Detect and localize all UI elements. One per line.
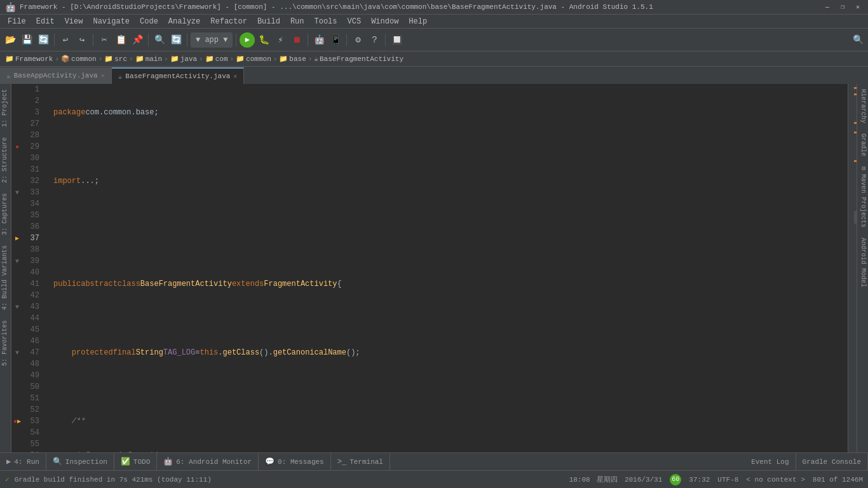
find-button[interactable]: 🔍 <box>152 32 167 48</box>
build-status-icon: ✓ <box>5 475 10 484</box>
toolbar-search: 🔍 <box>850 32 865 48</box>
terminal-label: Terminal <box>349 458 383 466</box>
undo-button[interactable]: ↩ <box>58 32 73 48</box>
bc-base[interactable]: 📁 base <box>279 55 306 63</box>
minimize-button[interactable]: — <box>822 2 832 12</box>
tab-base-fragment-activity[interactable]: ☕ BaseFragmentActivity.java ✕ <box>112 67 245 84</box>
layout-button[interactable]: 🔲 <box>389 32 404 48</box>
toolbar-sep-2 <box>93 34 93 46</box>
project-panel-tab[interactable]: 1: Project <box>0 84 11 132</box>
terminal-tab[interactable]: >_ Terminal <box>331 453 390 471</box>
run-tab[interactable]: ▶ 4: Run <box>0 453 46 471</box>
gutter-45 <box>11 324 23 336</box>
menu-vcs[interactable]: VCS <box>342 16 367 27</box>
menu-file[interactable]: File <box>3 16 31 27</box>
gutter-46 <box>11 336 23 347</box>
ln-1: 1 <box>23 84 43 95</box>
ln-40: 40 <box>23 267 43 278</box>
ln-37: 37 <box>23 233 43 244</box>
hierarchy-panel-tab[interactable]: Hierarchy <box>857 84 868 128</box>
open-button[interactable]: 📂 <box>3 32 18 48</box>
menu-build[interactable]: Build <box>252 16 285 27</box>
bottom-tabs: ▶ 4: Run 🔍 Inspection ✅ TODO 🤖 6: Androi… <box>0 452 868 470</box>
code-line-30 <box>53 313 848 324</box>
menu-edit[interactable]: Edit <box>31 16 60 27</box>
replace-button[interactable]: 🔄 <box>168 32 184 48</box>
copy-button[interactable]: 📋 <box>113 32 128 48</box>
bc-framework[interactable]: 📁 Framework <box>5 55 53 63</box>
menu-run[interactable]: Run <box>285 16 309 27</box>
time-display: 18:08 <box>569 476 590 484</box>
android-model-panel-tab[interactable]: Android Model <box>857 233 868 292</box>
redo-button[interactable]: ↪ <box>74 32 90 48</box>
cut-button[interactable]: ✂ <box>97 32 112 48</box>
menu-analyze[interactable]: Analyze <box>163 16 205 27</box>
build-status-text: Gradle build finished in 7s 421ms (today… <box>15 476 212 484</box>
code-lines[interactable]: package com.common.base; import ...; pub… <box>48 84 848 452</box>
sync-button[interactable]: 🔄 <box>36 32 51 48</box>
stop-button[interactable]: ⏹ <box>289 32 304 48</box>
menu-help[interactable]: Help <box>403 16 432 27</box>
java-icon-2: ☕ <box>118 72 123 81</box>
tab-close-base-fragment[interactable]: ✕ <box>233 72 237 80</box>
menu-tools[interactable]: Tools <box>309 16 342 27</box>
run-button[interactable]: ▶ <box>240 32 255 48</box>
maximize-button[interactable]: ❐ <box>837 2 848 12</box>
gutter-55 <box>11 438 23 450</box>
menu-code[interactable]: Code <box>135 16 163 27</box>
bc-common2[interactable]: 📁 common <box>236 55 271 63</box>
bc-java[interactable]: 📁 java <box>170 55 197 63</box>
favorites-panel-tab[interactable]: 5: Favorites <box>0 315 11 371</box>
gradle-panel-tab[interactable]: Gradle <box>857 128 868 161</box>
settings-button[interactable]: ⚙ <box>350 32 365 48</box>
bc-com[interactable]: 📁 com <box>205 55 228 63</box>
structure-panel-tab[interactable]: 2: Structure <box>0 132 11 188</box>
close-button[interactable]: ✕ <box>853 2 863 12</box>
ln-45: 45 <box>23 324 43 336</box>
help-tb-button[interactable]: ? <box>367 32 382 48</box>
menu-navigate[interactable]: Navigate <box>88 16 135 27</box>
todo-tab-icon: ✅ <box>121 457 130 466</box>
captures-panel-tab[interactable]: 3: Captures <box>0 188 11 240</box>
scroll-thumb[interactable] <box>854 211 857 224</box>
right-scrollbar[interactable] <box>848 84 857 452</box>
sdk-button[interactable]: 🤖 <box>311 32 327 48</box>
menu-refactor[interactable]: Refactor <box>205 16 252 27</box>
encoding-display[interactable]: UTF-8 <box>717 476 738 484</box>
toolbar-sep-3 <box>148 34 149 46</box>
bc-common[interactable]: 📦 common <box>61 55 97 63</box>
folder-icon-3: 📁 <box>170 55 179 63</box>
coverage-button[interactable]: ⚡ <box>273 32 288 48</box>
search-everywhere-button[interactable]: 🔍 <box>850 32 865 48</box>
cursor-position[interactable]: 37:32 <box>689 476 710 484</box>
event-log-tab[interactable]: Event Log <box>745 453 796 471</box>
build-variants-panel-tab[interactable]: 4: Build Variants <box>0 240 11 315</box>
todo-tab[interactable]: ✅ TODO <box>114 453 157 471</box>
gutter-1 <box>11 84 23 95</box>
code-editor[interactable]: ● ▼ ▶ ▼ <box>11 84 848 452</box>
messages-tab[interactable]: 💬 0: Messages <box>259 453 331 471</box>
android-monitor-tab[interactable]: 🤖 6: Android Monitor <box>157 453 259 471</box>
menu-window[interactable]: Window <box>366 16 403 27</box>
code-line-2 <box>53 141 848 152</box>
app-config-button[interactable]: ▼ app ▼ <box>191 32 233 48</box>
menu-view[interactable]: View <box>60 16 88 27</box>
gutter: ● ▼ ▶ ▼ <box>11 84 23 452</box>
gutter-2 <box>11 95 23 107</box>
debug-button[interactable]: 🐛 <box>256 32 271 48</box>
ln-28: 28 <box>23 130 43 141</box>
bc-src[interactable]: 📁 src <box>104 55 127 63</box>
gradle-console-tab[interactable]: Gradle Console <box>796 453 868 471</box>
maven-panel-tab[interactable]: m Maven Projects <box>857 161 868 233</box>
tab-base-app-activity[interactable]: ☕ BaseAppActivity.java ✕ <box>0 67 112 84</box>
avd-button[interactable]: 📱 <box>328 32 343 48</box>
bc-class[interactable]: ☕ BaseFragmentActivity <box>314 55 403 63</box>
ln-2: 2 <box>23 95 43 107</box>
paste-button[interactable]: 📌 <box>130 32 145 48</box>
inspection-tab[interactable]: 🔍 Inspection <box>46 453 114 471</box>
bc-main[interactable]: 📁 main <box>135 55 162 63</box>
tab-close-base-app[interactable]: ✕ <box>101 72 105 79</box>
scroll-marker-5 <box>854 160 857 162</box>
ln-50: 50 <box>23 381 43 393</box>
save-button[interactable]: 💾 <box>19 32 34 48</box>
